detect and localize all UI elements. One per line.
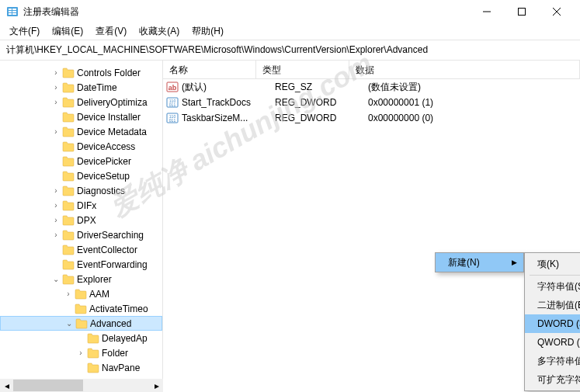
- submenu-binary[interactable]: 二进制值(B): [525, 296, 580, 314]
- tree-item[interactable]: DelayedAp: [0, 331, 162, 345]
- maximize-button[interactable]: [504, 0, 539, 23]
- tree-item[interactable]: ›DPX: [0, 213, 162, 227]
- tree-toggle-icon[interactable]: ›: [50, 98, 62, 106]
- tree-item-label: DelayedAp: [102, 333, 148, 344]
- tree-item[interactable]: DeviceSetup: [0, 168, 162, 183]
- tree-item[interactable]: ›Device Metadata: [0, 124, 162, 139]
- svg-text:011: 011: [169, 118, 176, 123]
- folder-icon: [62, 112, 75, 123]
- tree-toggle-icon[interactable]: ›: [50, 83, 62, 92]
- menubar: 文件(F) 编辑(E) 查看(V) 收藏夹(A) 帮助(H): [0, 23, 580, 40]
- tree-toggle-icon[interactable]: ›: [50, 216, 62, 224]
- tree-item[interactable]: EventCollector: [0, 242, 162, 257]
- column-header-name[interactable]: 名称: [163, 61, 256, 78]
- tree-item-label: DevicePicker: [77, 156, 131, 167]
- value-data: 0x00000001 (1): [362, 97, 580, 108]
- menu-file[interactable]: 文件(F): [3, 23, 46, 40]
- submenu-multistring[interactable]: 多字符串值(M): [525, 352, 580, 370]
- minimize-button[interactable]: [469, 0, 504, 23]
- scroll-left-button[interactable]: ◂: [0, 379, 13, 392]
- tree-item[interactable]: DevicePicker: [0, 154, 162, 168]
- value-name: (默认): [182, 81, 269, 94]
- context-menu-new-label: 新建(N): [448, 256, 480, 269]
- value-name: Start_TrackDocs: [182, 97, 269, 108]
- tree-item[interactable]: ›DriverSearching: [0, 227, 162, 242]
- tree-item-label: DeliveryOptimiza: [77, 97, 148, 108]
- binary-value-icon: 110011: [166, 112, 179, 124]
- horizontal-scrollbar[interactable]: ◂ ▸: [0, 379, 163, 392]
- tree-item[interactable]: ›DeliveryOptimiza: [0, 95, 162, 109]
- tree-item-label: Device Installer: [77, 112, 141, 123]
- folder-icon: [62, 200, 75, 211]
- titlebar: 注册表编辑器: [0, 0, 580, 23]
- address-bar[interactable]: 计算机\HKEY_LOCAL_MACHINE\SOFTWARE\Microsof…: [0, 40, 580, 61]
- column-header-type[interactable]: 类型: [256, 61, 349, 78]
- menu-favorites[interactable]: 收藏夹(A): [133, 23, 186, 40]
- address-path: 计算机\HKEY_LOCAL_MACHINE\SOFTWARE\Microsof…: [6, 43, 428, 57]
- scroll-right-button[interactable]: ▸: [150, 379, 163, 392]
- folder-icon: [62, 230, 75, 241]
- tree-item-label: DIFx: [77, 200, 96, 211]
- close-button[interactable]: [539, 0, 574, 23]
- submenu-key[interactable]: 项(K): [525, 255, 580, 273]
- tree-item[interactable]: ›Controls Folder: [0, 65, 162, 80]
- tree-item[interactable]: ›Folder: [0, 345, 162, 360]
- tree-item[interactable]: ›DIFx: [0, 198, 162, 213]
- context-menu-primary: 新建(N) ▶: [435, 252, 524, 272]
- submenu-arrow-icon: ▶: [512, 258, 517, 266]
- tree-toggle-icon[interactable]: ›: [50, 186, 62, 195]
- tree-item[interactable]: EventForwarding: [0, 257, 162, 272]
- folder-icon: [87, 363, 99, 373]
- tree-panel[interactable]: ›Controls Folder›DateTime›DeliveryOptimi…: [0, 61, 163, 379]
- tree-toggle-icon[interactable]: ›: [50, 127, 62, 136]
- main-area: ›Controls Folder›DateTime›DeliveryOptimi…: [0, 61, 580, 379]
- window-title: 注册表编辑器: [23, 5, 469, 19]
- tree-item-label: EventForwarding: [77, 259, 148, 270]
- value-type: REG_SZ: [269, 82, 362, 92]
- tree-item-label: Advanced: [90, 318, 131, 329]
- column-header-data[interactable]: 数据: [349, 61, 580, 78]
- submenu-string[interactable]: 字符串值(S): [525, 277, 580, 296]
- tree-toggle-icon[interactable]: ⌄: [50, 275, 62, 283]
- menu-view[interactable]: 查看(V): [89, 23, 133, 40]
- tree-toggle-icon[interactable]: ›: [75, 349, 87, 357]
- scrollbar-track[interactable]: [13, 379, 150, 392]
- folder-icon: [62, 274, 75, 285]
- svg-rect-2: [9, 11, 12, 12]
- tree-item[interactable]: ⌄Advanced: [0, 316, 162, 331]
- submenu-dword[interactable]: DWORD (32 位)值(D): [525, 314, 580, 333]
- tree-item[interactable]: DeviceAccess: [0, 139, 162, 154]
- tree-item[interactable]: NavPane: [0, 360, 162, 375]
- tree-item-label: DPX: [77, 215, 96, 226]
- scrollbar-thumb[interactable]: [13, 380, 83, 391]
- tree-item[interactable]: ⌄Explorer: [0, 272, 162, 286]
- submenu-qword[interactable]: QWORD (64 位)值(Q): [525, 333, 580, 352]
- tree-item[interactable]: Device Installer: [0, 109, 162, 124]
- tree-toggle-icon[interactable]: ›: [62, 290, 75, 298]
- submenu-expandstring[interactable]: 可扩充字符串值(E): [525, 370, 580, 389]
- list-row[interactable]: 110011TaskbarSizeM...REG_DWORD0x00000000…: [163, 110, 580, 126]
- tree-item-label: Device Metadata: [77, 127, 147, 137]
- menu-help[interactable]: 帮助(H): [186, 23, 230, 40]
- tree-item[interactable]: ›Diagnostics: [0, 183, 162, 198]
- tree-toggle-icon[interactable]: ⌄: [63, 319, 75, 328]
- menu-edit[interactable]: 编辑(E): [46, 23, 89, 40]
- value-data: 0x00000000 (0): [362, 113, 580, 123]
- svg-text:ab: ab: [168, 84, 177, 92]
- tree-item-label: AAM: [89, 289, 109, 300]
- list-row[interactable]: ab(默认)REG_SZ(数值未设置): [163, 79, 580, 95]
- list-panel[interactable]: 名称 类型 数据 ab(默认)REG_SZ(数值未设置)110011Start_…: [163, 61, 580, 379]
- tree-item[interactable]: ›DateTime: [0, 80, 162, 95]
- tree-item[interactable]: ActivateTimeo: [0, 301, 162, 316]
- tree-toggle-icon[interactable]: ›: [50, 68, 62, 77]
- folder-icon: [62, 259, 75, 270]
- folder-icon: [62, 171, 75, 182]
- tree-item[interactable]: ›AAM: [0, 286, 162, 301]
- value-data: (数值未设置): [362, 81, 580, 94]
- list-row[interactable]: 110011Start_TrackDocsREG_DWORD0x00000001…: [163, 95, 580, 110]
- tree-toggle-icon[interactable]: ›: [50, 231, 62, 239]
- tree-toggle-icon[interactable]: ›: [50, 201, 62, 210]
- string-value-icon: ab: [166, 81, 179, 93]
- context-menu-new[interactable]: 新建(N) ▶: [436, 253, 523, 272]
- folder-icon: [75, 289, 87, 300]
